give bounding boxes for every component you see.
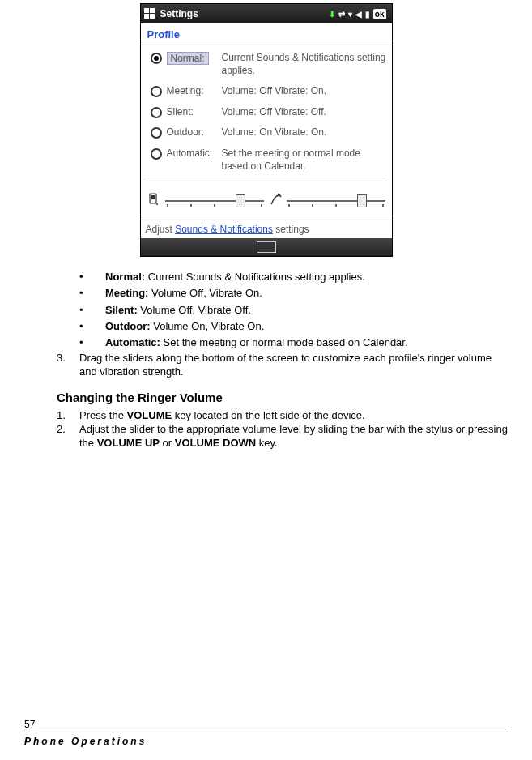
- windows-start-icon[interactable]: [144, 8, 155, 19]
- bullet-desc: Volume On, Vibrate On.: [151, 320, 265, 332]
- profile-desc: Set the meeting or normal mode based on …: [222, 147, 387, 173]
- adjust-suffix: settings: [273, 224, 309, 235]
- bullet-list: •Normal: Current Sounds & Notifications …: [79, 270, 508, 350]
- slider-row: [146, 181, 387, 220]
- adjust-row: Adjust Sounds & Notifications settings: [141, 220, 392, 238]
- svg-point-6: [156, 203, 158, 205]
- radio-icon[interactable]: [151, 86, 162, 97]
- vibrate-icon: [269, 193, 282, 208]
- page-footer: 57 Phone Operations: [0, 719, 532, 747]
- step-text: key located on the left side of the devi…: [172, 409, 364, 421]
- step-number: 2.: [57, 423, 79, 450]
- step-text: key.: [256, 437, 278, 449]
- device-screenshot: Settings ⬇ ⇄ ▾ ◀ ▮ ok Profile Normal: Cu…: [140, 3, 393, 257]
- profile-label: Outdoor:: [167, 126, 205, 138]
- profile-label: Normal:: [167, 52, 209, 65]
- radio-icon[interactable]: [151, 107, 162, 118]
- step-3: 3. Drag the sliders along the bottom of …: [57, 352, 508, 379]
- window-title: Settings: [160, 8, 198, 19]
- profile-row-normal[interactable]: Normal: Current Sounds & Notifications s…: [146, 52, 387, 77]
- sounds-notifications-link[interactable]: Sounds & Notifications: [175, 224, 273, 235]
- window-titlebar: Settings ⬇ ⇄ ▾ ◀ ▮ ok: [141, 4, 392, 23]
- section-header: Profile: [141, 23, 392, 45]
- battery-icon: ▮: [365, 10, 370, 19]
- profile-label: Meeting:: [167, 85, 204, 96]
- svg-rect-5: [151, 195, 155, 199]
- step-text: or: [160, 437, 175, 449]
- key-name: VOLUME UP: [97, 437, 160, 449]
- step-text: Press the: [79, 409, 127, 421]
- key-name: VOLUME DOWN: [175, 437, 256, 449]
- profile-label: Automatic:: [167, 147, 213, 159]
- signal-icon: ▾: [348, 10, 352, 19]
- bullet-desc: Volume Off, Vibrate On.: [148, 287, 262, 299]
- ok-button[interactable]: ok: [373, 9, 386, 19]
- step-number: 3.: [57, 352, 79, 379]
- svg-rect-3: [150, 14, 155, 19]
- radio-icon[interactable]: [151, 127, 162, 139]
- keyboard-icon[interactable]: [257, 241, 276, 253]
- ringer-volume-slider[interactable]: [165, 194, 264, 207]
- key-name: VOLUME: [127, 409, 172, 421]
- footer-title: Phone Operations: [24, 736, 508, 747]
- status-icons: ⬇ ⇄ ▾ ◀ ▮ ok: [329, 9, 389, 19]
- bullet-desc: Set the meeting or normal mode based on …: [160, 336, 408, 348]
- step-2: 2. Adjust the slider to the appropriate …: [57, 423, 508, 450]
- profile-row-silent[interactable]: Silent: Volume: Off Vibrate: Off.: [146, 106, 387, 119]
- profile-row-outdoor[interactable]: Outdoor: Volume: On Vibrate: On.: [146, 126, 387, 139]
- vibration-slider[interactable]: [287, 194, 385, 207]
- device-icon: [147, 193, 160, 208]
- adjust-prefix: Adjust: [146, 224, 176, 235]
- step-text: Drag the sliders along the bottom of the…: [79, 352, 508, 379]
- speaker-icon: ◀: [355, 10, 362, 19]
- bullet-desc: Current Sounds & Notifications setting a…: [145, 271, 365, 283]
- bullet-term: Automatic:: [105, 336, 160, 348]
- svg-rect-1: [150, 8, 155, 13]
- step-1: 1. Press the VOLUME key located on the l…: [57, 409, 508, 423]
- profile-desc: Volume: Off Vibrate: Off.: [222, 106, 387, 119]
- bullet-term: Meeting:: [105, 287, 148, 299]
- page-number: 57: [24, 719, 508, 730]
- profile-row-automatic[interactable]: Automatic: Set the meeting or normal mod…: [146, 147, 387, 173]
- radio-icon[interactable]: [151, 53, 162, 64]
- bullet-desc: Volume Off, Vibrate Off.: [138, 304, 251, 316]
- bullet-term: Silent:: [105, 304, 138, 316]
- radio-icon[interactable]: [151, 148, 162, 160]
- bullet-term: Outdoor:: [105, 320, 151, 332]
- svg-rect-2: [144, 14, 149, 19]
- swap-icon: ⇄: [338, 10, 345, 19]
- profile-desc: Current Sounds & Notifications setting a…: [222, 52, 387, 77]
- profile-label: Silent:: [167, 106, 194, 117]
- bullet-term: Normal:: [105, 271, 145, 283]
- section-title: Changing the Ringer Volume: [57, 391, 508, 404]
- profile-desc: Volume: On Vibrate: On.: [222, 126, 387, 139]
- step-number: 1.: [57, 409, 79, 423]
- soft-key-bar: [141, 238, 392, 256]
- profile-row-meeting[interactable]: Meeting: Volume: Off Vibrate: On.: [146, 85, 387, 98]
- svg-rect-0: [144, 8, 149, 13]
- profile-desc: Volume: Off Vibrate: On.: [222, 85, 387, 98]
- sync-icon: ⬇: [329, 10, 335, 19]
